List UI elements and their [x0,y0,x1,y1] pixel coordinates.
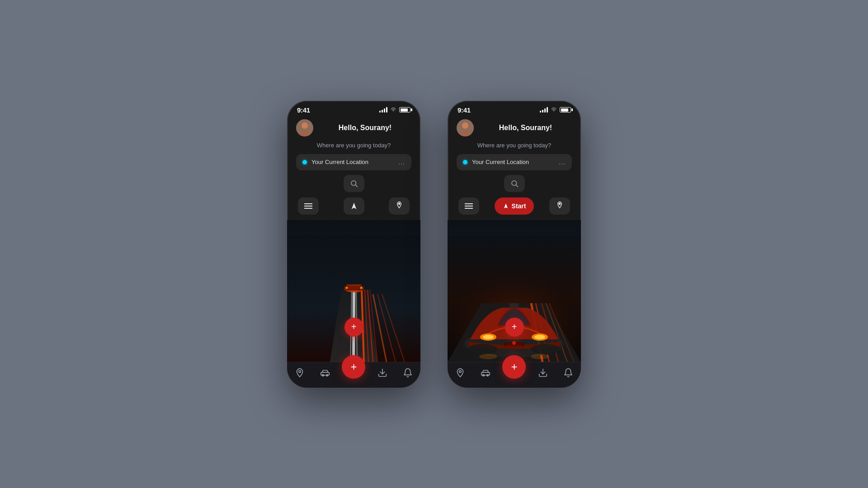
pin-icon-right [556,202,563,211]
bottom-nav-left: + [287,362,420,388]
location-dot-left [302,160,307,164]
content-right: Where are you going today? Your Current … [448,140,581,220]
phone-left: 9:41 Hello, Sourany! [287,101,420,388]
phone-right: 9:41 Hello, Sourany! [448,101,581,388]
navigate-icon-left [350,202,358,210]
add-button-left[interactable]: + [342,355,365,379]
greeting-left: Hello, Sourany! [319,124,411,132]
car-nav-icon-right [481,368,491,378]
svg-point-64 [459,370,462,372]
pin-button-left[interactable] [389,197,410,215]
status-time-right: 9:41 [458,106,471,114]
svg-point-59 [512,341,516,345]
svg-point-55 [534,335,545,339]
more-dots-left[interactable]: ... [398,159,405,166]
svg-point-25 [346,286,348,289]
navigate-button-left[interactable] [344,197,364,215]
location-pin-right[interactable]: + [505,318,524,337]
road-svg-left [287,220,420,362]
wifi-icon-right [550,107,557,113]
svg-point-61 [531,344,560,355]
nav-download-right[interactable] [534,366,552,380]
nav-bell-right[interactable] [560,366,577,380]
search-icon-left [350,179,358,188]
map-area-left: + [287,220,420,362]
svg-marker-40 [504,203,507,208]
search-button-left[interactable] [344,175,364,192]
svg-line-4 [355,185,357,187]
avatar-svg [296,119,313,136]
location-pin-left[interactable]: + [344,318,363,337]
pin-plus-left: + [351,322,357,332]
list-icon-left [304,203,312,209]
greeting-right: Hello, Sourany! [479,124,572,132]
start-label: Start [512,202,526,210]
road-svg-right [448,220,581,362]
signal-icon-right [540,107,548,113]
search-button-right[interactable] [504,175,525,192]
bell-nav-icon-right [563,368,573,378]
location-bar-right[interactable]: Your Current Location ... [457,154,572,170]
svg-point-41 [559,203,560,204]
location-nav-icon-left [295,368,305,378]
pin-plus-right: + [512,322,517,332]
start-button-right[interactable]: Start [495,197,534,215]
list-icon-right [465,203,473,209]
location-text-left: Your Current Location [311,159,394,165]
start-navigate-icon [503,203,509,209]
action-row-right: Start [457,197,572,215]
svg-point-60 [468,344,497,355]
nav-car-left[interactable] [316,366,334,380]
svg-point-26 [360,286,363,289]
battery-icon-right [560,107,571,113]
subtitle-right: Where are you going today? [457,142,572,149]
avatar-image-right [457,119,474,136]
location-text-right: Your Current Location [472,159,554,165]
map-area-right: + [448,220,581,362]
pin-button-right[interactable] [549,197,570,215]
status-time-left: 9:41 [297,106,310,114]
svg-point-27 [299,370,301,372]
wifi-icon [390,107,397,113]
svg-point-62 [479,354,497,359]
status-icons-right [540,107,571,113]
nav-bell-left[interactable] [399,366,416,380]
svg-line-36 [516,185,518,187]
avatar-image [296,119,313,136]
bell-nav-icon-left [403,368,413,378]
search-icon-right [510,179,519,188]
svg-point-53 [483,335,494,339]
svg-marker-8 [351,202,356,209]
nav-car-right[interactable] [477,366,494,380]
add-plus-right: + [511,361,517,373]
svg-point-63 [531,354,549,359]
nav-location-left[interactable] [291,366,308,380]
svg-point-33 [462,122,468,129]
avatar-svg-right [457,119,474,136]
avatar-left [296,119,313,136]
svg-point-9 [398,203,400,204]
list-button-right[interactable] [458,197,479,215]
download-nav-icon-left [377,368,387,378]
signal-icon [379,107,387,113]
subtitle-left: Where are you going today? [296,142,411,149]
bottom-nav-right: + [448,362,581,388]
status-icons-left [379,107,410,113]
header-left: Hello, Sourany! [287,116,420,140]
add-plus-left: + [350,361,357,373]
svg-point-1 [302,122,308,129]
list-button-left[interactable] [298,197,319,215]
location-bar-left[interactable]: Your Current Location ... [296,154,411,170]
pin-icon-left [396,202,403,211]
content-left: Where are you going today? Your Current … [287,140,420,220]
status-bar-right: 9:41 [448,101,581,116]
nav-location-right[interactable] [452,366,469,380]
nav-download-left[interactable] [374,366,391,380]
header-right: Hello, Sourany! [448,116,581,140]
add-button-right[interactable]: + [502,355,526,379]
location-dot-right [463,160,467,164]
more-dots-right[interactable]: ... [559,159,566,166]
car-nav-icon-left [320,368,330,378]
avatar-right [457,119,474,136]
download-nav-icon-right [538,368,548,378]
